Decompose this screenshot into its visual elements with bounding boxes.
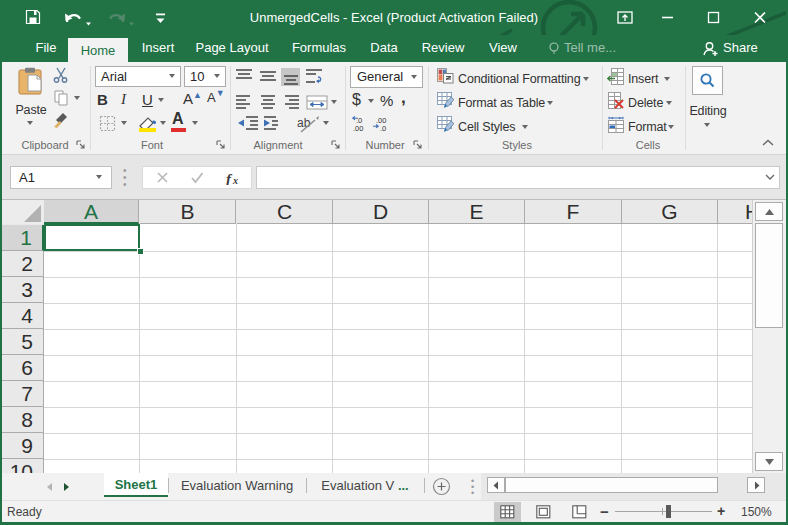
svg-text:.0: .0: [380, 124, 386, 133]
svg-text:f: f: [226, 171, 233, 185]
svg-text:x: x: [232, 175, 238, 185]
svg-text:ab: ab: [297, 116, 311, 130]
svg-text:.00: .00: [353, 124, 363, 133]
